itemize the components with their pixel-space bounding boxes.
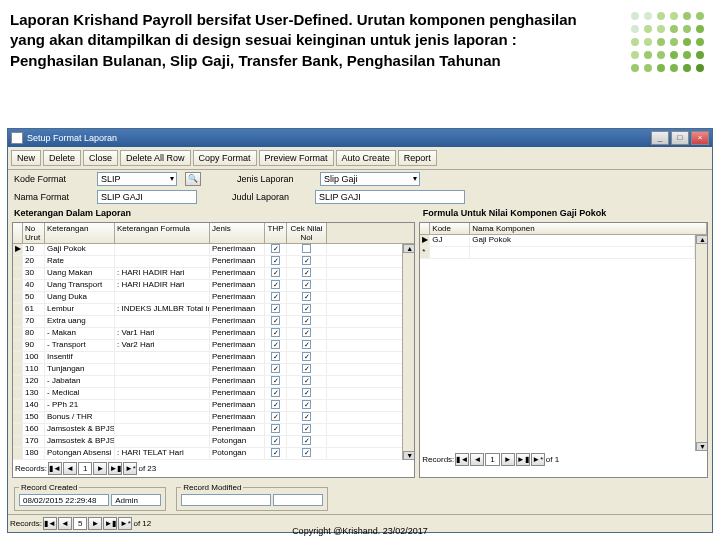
jenis-laporan-label: Jenis Laporan — [237, 174, 312, 184]
jenis-laporan-combo[interactable]: Slip Gaji — [320, 172, 420, 186]
decorative-dots — [631, 12, 706, 74]
table-row[interactable]: ▶10Gaji PokokPenerimaan✓ — [13, 244, 402, 256]
modified-date — [181, 494, 271, 506]
table-row[interactable]: 120 - JabatanPenerimaan✓✓ — [13, 376, 402, 388]
preview-format-button[interactable]: Preview Format — [259, 150, 334, 166]
table-row[interactable]: 130 - MedicalPenerimaan✓✓ — [13, 388, 402, 400]
records-label: Records: — [15, 464, 47, 473]
table-row[interactable]: ▶GJGaji Pokok — [420, 235, 695, 247]
table-row[interactable]: 50Uang DukaPenerimaan✓✓ — [13, 292, 402, 304]
table-row[interactable]: 150Bonus / THRPenerimaan✓✓ — [13, 412, 402, 424]
created-legend: Record Created — [19, 483, 79, 492]
grid-left-nav: Records: ▮◄ ◄ 1 ► ►▮ ►* of 23 — [13, 460, 414, 477]
grid-formula[interactable]: Kode Nama Komponen ▶GJGaji Pokok* Record… — [419, 222, 708, 478]
delete-all-button[interactable]: Delete All Row — [120, 150, 191, 166]
nav-next-r[interactable]: ► — [501, 453, 515, 466]
section-right-label: Formula Untuk Nilai Komponen Gaji Pokok — [417, 206, 712, 220]
table-row[interactable]: 160Jamsostek & BPJS ( Company )Penerimaa… — [13, 424, 402, 436]
col-ket-formula[interactable]: Keterangan Formula — [115, 223, 210, 243]
nav-prev-r[interactable]: ◄ — [470, 453, 484, 466]
col-kode[interactable]: Kode — [430, 223, 470, 234]
nama-format-input[interactable]: SLIP GAJI — [97, 190, 197, 204]
scrollbar-vertical-right[interactable] — [695, 235, 707, 451]
nav-pos[interactable]: 1 — [78, 462, 92, 475]
nav-next[interactable]: ► — [93, 462, 107, 475]
scrollbar-vertical[interactable] — [402, 244, 414, 460]
judul-laporan-label: Judul Laporan — [232, 192, 307, 202]
nav-first-r[interactable]: ▮◄ — [455, 453, 469, 466]
nav-of-r: of 1 — [546, 455, 559, 464]
page-description: Laporan Krishand Payroll bersifat User-D… — [10, 10, 580, 71]
section-left-label: Keterangan Dalam Laporan — [8, 206, 417, 220]
toolbar: New Delete Close Delete All Row Copy For… — [8, 147, 712, 170]
nav-of: of 23 — [138, 464, 156, 473]
maximize-button[interactable]: □ — [671, 131, 689, 145]
table-row[interactable]: 140 - PPh 21Penerimaan✓✓ — [13, 400, 402, 412]
table-row[interactable]: 70Extra uangPenerimaan✓✓ — [13, 316, 402, 328]
col-keterangan[interactable]: Keterangan — [45, 223, 115, 243]
titlebar[interactable]: Setup Format Laporan _ □ × — [8, 129, 712, 147]
nav-prev[interactable]: ◄ — [63, 462, 77, 475]
nav-last[interactable]: ►▮ — [108, 462, 122, 475]
minimize-button[interactable]: _ — [651, 131, 669, 145]
col-nama-komponen[interactable]: Nama Komponen — [470, 223, 707, 234]
col-jenis[interactable]: Jenis — [210, 223, 265, 243]
grid-keterangan[interactable]: No Urut Keterangan Keterangan Formula Je… — [12, 222, 415, 478]
kode-format-combo[interactable]: SLIP — [97, 172, 177, 186]
table-row[interactable]: 20RatePenerimaan✓✓ — [13, 256, 402, 268]
table-row[interactable]: 170Jamsostek & BPJS Ded ( Co )Potongan✓✓ — [13, 436, 402, 448]
new-row[interactable]: * — [420, 247, 695, 259]
delete-button[interactable]: Delete — [43, 150, 81, 166]
kode-format-label: Kode Format — [14, 174, 89, 184]
nav-new-r[interactable]: ►* — [531, 453, 545, 466]
nav-pos-r[interactable]: 1 — [485, 453, 499, 466]
close-form-button[interactable]: Close — [83, 150, 118, 166]
auto-create-button[interactable]: Auto Create — [336, 150, 396, 166]
created-date: 08/02/2015 22:29:48 — [19, 494, 109, 506]
table-row[interactable]: 30Uang Makan: HARI HADIR HariPenerimaan✓… — [13, 268, 402, 280]
nav-first[interactable]: ▮◄ — [48, 462, 62, 475]
table-row[interactable]: 80 - Makan: Var1 HariPenerimaan✓✓ — [13, 328, 402, 340]
table-row[interactable]: 180Potongan Absensi: HARI TELAT HariPoto… — [13, 448, 402, 460]
col-no[interactable]: No Urut — [23, 223, 45, 243]
nav-new[interactable]: ►* — [123, 462, 137, 475]
record-modified-group: Record Modified — [176, 483, 328, 511]
grid-right-nav: Records: ▮◄ ◄ 1 ► ►▮ ►* of 1 — [420, 451, 707, 468]
copy-format-button[interactable]: Copy Format — [193, 150, 257, 166]
app-icon — [11, 132, 23, 144]
modified-user — [273, 494, 323, 506]
col-cek-nilai[interactable]: Cek Nilai Nol — [287, 223, 327, 243]
new-button[interactable]: New — [11, 150, 41, 166]
records-label-r: Records: — [422, 455, 454, 464]
window-title: Setup Format Laporan — [27, 133, 117, 143]
app-window: Setup Format Laporan _ □ × New Delete Cl… — [7, 128, 713, 533]
copyright: Copyright @Krishand. 23/02/2017 — [0, 526, 720, 536]
table-row[interactable]: 61Lembur: INDEKS JLMLBR Total IndeksPene… — [13, 304, 402, 316]
report-button[interactable]: Report — [398, 150, 437, 166]
table-row[interactable]: 40Uang Transport: HARI HADIR HariPenerim… — [13, 280, 402, 292]
created-user: Admin — [111, 494, 161, 506]
judul-laporan-input[interactable]: SLIP GAJI — [315, 190, 465, 204]
table-row[interactable]: 110TunjanganPenerimaan✓✓ — [13, 364, 402, 376]
table-row[interactable]: 90 - Transport: Var2 HariPenerimaan✓✓ — [13, 340, 402, 352]
modified-legend: Record Modified — [181, 483, 243, 492]
zoom-button[interactable]: 🔍 — [185, 172, 201, 186]
nav-last-r[interactable]: ►▮ — [516, 453, 530, 466]
record-created-group: Record Created 08/02/2015 22:29:48 Admin — [14, 483, 166, 511]
close-button[interactable]: × — [691, 131, 709, 145]
nama-format-label: Nama Format — [14, 192, 89, 202]
table-row[interactable]: 100InsentifPenerimaan✓✓ — [13, 352, 402, 364]
col-thp[interactable]: THP — [265, 223, 287, 243]
